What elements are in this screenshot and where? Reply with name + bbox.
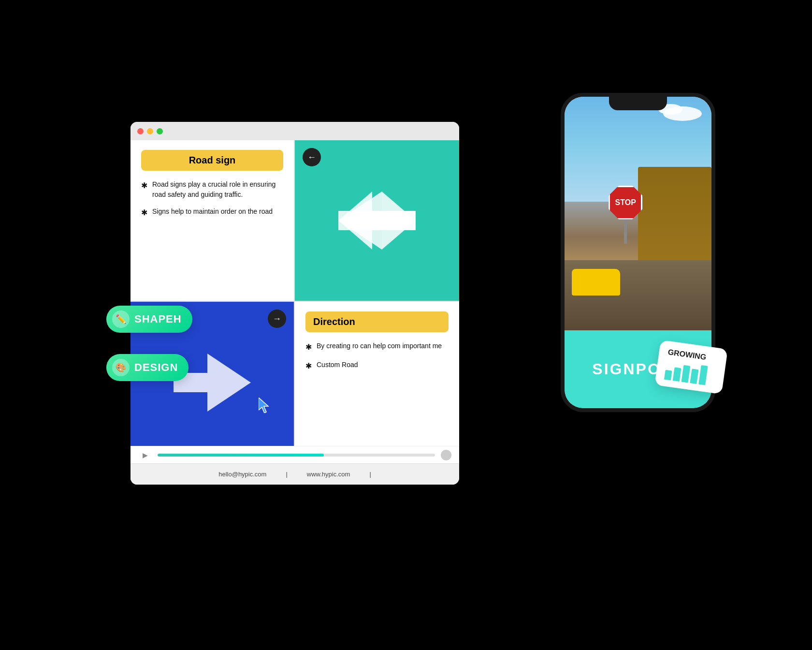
photo-car <box>572 269 620 295</box>
play-button[interactable]: ▶ <box>138 448 152 462</box>
design-badge[interactable]: 🎨 DESIGN <box>106 354 188 381</box>
bar-3 <box>682 365 691 383</box>
bullet-text-2: Signs help to maintain order on the road <box>152 207 273 219</box>
shapeh-icon: ✏️ <box>112 310 130 328</box>
growing-badge: GROWING <box>654 340 728 395</box>
progress-bar[interactable] <box>158 454 435 457</box>
minimize-button[interactable] <box>147 128 153 134</box>
phone-notch <box>609 97 667 110</box>
shapeh-label: SHAPEH <box>134 313 182 325</box>
design-icon: 🎨 <box>112 359 130 376</box>
bar-4 <box>690 369 698 384</box>
road-sign-card: Road sign ✱ Road signs play a crucial ro… <box>130 140 295 302</box>
browser-window: Road sign ✱ Road signs play a crucial ro… <box>130 122 459 485</box>
direction-bullet-2: ✱ Custom Road <box>305 360 449 372</box>
direction-bullet-1: ✱ By creating ro can help com important … <box>305 341 449 353</box>
footer-sep1: | <box>286 471 287 478</box>
svg-marker-2 <box>338 192 416 250</box>
progress-area: ▶ <box>130 446 459 463</box>
cursor-icon <box>259 398 272 411</box>
footer-email: hello@hypic.com <box>218 471 266 478</box>
footer-sep2: | <box>369 471 371 478</box>
stop-sign: STOP <box>609 186 642 244</box>
bullet-text-1: Road signs play a crucial role in ensuri… <box>152 179 283 200</box>
bullet-star-2: ✱ <box>141 207 147 219</box>
road-sign-title: Road sign <box>141 150 283 171</box>
direction-star-1: ✱ <box>305 341 312 353</box>
directions-card: Direction ✱ By creating ro can help com … <box>295 302 459 463</box>
close-button[interactable] <box>137 128 144 134</box>
directions-title: Direction <box>305 311 449 332</box>
maximize-button[interactable] <box>157 128 163 134</box>
bar-chart <box>664 360 717 386</box>
phone-photo: STOP <box>565 97 711 330</box>
stop-pole <box>624 220 627 244</box>
bar-5 <box>698 365 708 385</box>
footer-website: www.hypic.com <box>307 471 350 478</box>
teal-brick-panel: ← <box>295 140 459 302</box>
bar-2 <box>673 367 682 382</box>
browser-content: Road sign ✱ Road signs play a crucial ro… <box>130 140 459 463</box>
bar-1 <box>664 370 672 381</box>
shapeh-badge[interactable]: ✏️ SHAPEH <box>106 306 192 333</box>
browser-footer: hello@hypic.com | www.hypic.com | <box>130 463 459 485</box>
scene: Road sign ✱ Road signs play a crucial ro… <box>116 83 696 567</box>
svg-marker-4 <box>259 398 268 413</box>
direction-star-2: ✱ <box>305 360 312 372</box>
direction-text-1: By creating ro can help com important me <box>317 341 442 353</box>
design-label: DESIGN <box>134 361 178 374</box>
nav-back-button[interactable]: ← <box>303 148 321 166</box>
bullet-star-1: ✱ <box>141 180 147 200</box>
direction-text-2: Custom Road <box>317 360 358 372</box>
bullet-item-2: ✱ Signs help to maintain order on the ro… <box>141 207 283 219</box>
bullet-item-1: ✱ Road signs play a crucial role in ensu… <box>141 179 283 200</box>
stop-octagon: STOP <box>609 186 642 220</box>
progress-thumb[interactable] <box>441 450 451 460</box>
browser-titlebar <box>130 122 459 140</box>
progress-fill <box>158 454 324 457</box>
nav-forward-button[interactable]: → <box>268 310 286 328</box>
left-arrow-shape <box>334 187 420 254</box>
